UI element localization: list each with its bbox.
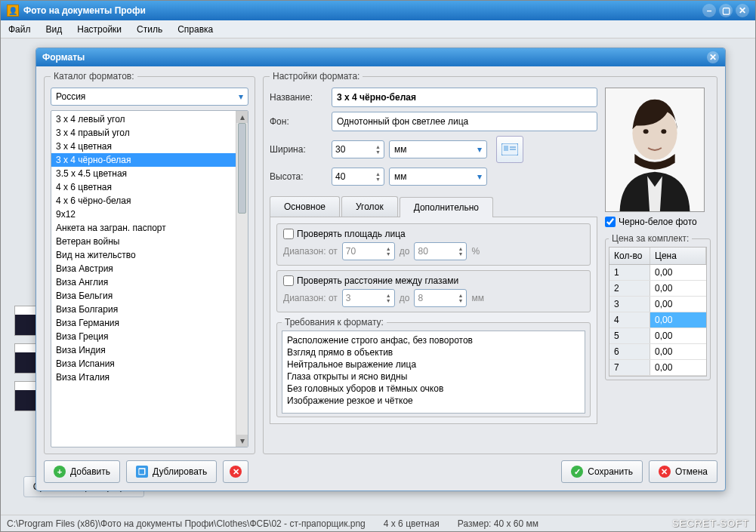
check-icon: ✓ [571,466,583,478]
list-item[interactable]: Виза Англия [51,275,236,289]
list-item[interactable]: 3.5 x 4.5 цветная [51,167,236,180]
settings-group: Настройки формата: Название: 3 x 4 чёрно… [263,71,717,454]
requirements-listbox[interactable]: Расположение строго анфас, без поворотов… [282,331,585,414]
eye-dist-legend: Проверять расстояние между глазами [297,275,458,286]
eye-from-spinner[interactable]: 3▲▼ [342,289,395,307]
list-item[interactable]: 3 x 4 правый угол [51,126,236,140]
list-item[interactable]: Виза Испания [51,357,236,371]
bg-input[interactable]: Однотонный фон светлее лица [332,112,597,131]
name-label: Название: [270,92,327,103]
price-legend: Цена за комплект: [609,233,692,244]
eye-to-spinner[interactable]: 8▲▼ [414,289,467,307]
duplicate-button[interactable]: ❐Дублировать [126,460,217,483]
list-item[interactable]: Виза Бельгия [51,289,236,303]
list-item[interactable]: Виза Болгария [51,303,236,316]
scroll-down-icon[interactable]: ▾ [236,435,248,447]
table-row[interactable]: 60,00 [609,344,706,360]
status-path: C:\Program Files (x86)\Фото на документы… [7,518,366,529]
menubar: Файл Вид Настройки Стиль Справка [1,20,755,38]
bw-label: Черно-белое фото [619,217,697,227]
list-item[interactable]: 3 x 4 чёрно-белая [51,153,236,167]
menu-settings[interactable]: Настройки [74,23,125,36]
height-spinner[interactable]: 40▲▼ [332,168,384,186]
price-table[interactable]: Кол-во Цена 10,0020,0030,0040,0050,0060,… [609,247,707,377]
requirements-legend: Требования к формату: [282,317,387,328]
tab-extra-content: Проверять площадь лица Диапазон: от 70▲▼… [270,217,597,424]
eye-unit: мм [471,293,484,303]
list-item[interactable]: Виза Италия [51,371,236,384]
width-unit-combo[interactable]: мм▾ [389,140,487,158]
list-item[interactable]: 3 x 4 левый угол [51,112,236,126]
main-window: 👤 Фото на документы Профи – ▢ ✕ Файл Вид… [0,0,756,532]
menu-view[interactable]: Вид [43,23,66,36]
brand-watermark: SECRET-SOFT [672,518,749,529]
list-item[interactable]: 4 x 6 цветная [51,180,236,194]
dialog-titlebar[interactable]: Форматы ✕ [36,48,725,66]
plus-icon: + [54,466,66,478]
list-item[interactable]: Ветеран войны [51,235,236,248]
card-preview-button[interactable] [496,136,523,163]
tab-corner[interactable]: Уголок [341,196,398,217]
person-photo-icon [606,88,704,211]
list-item[interactable]: Виза Германия [51,316,236,330]
dialog-title: Форматы [42,52,85,63]
table-row[interactable]: 50,00 [609,328,706,344]
list-item[interactable]: 3 x 4 цветная [51,140,236,153]
face-to-spinner[interactable]: 80▲▼ [414,242,467,260]
face-area-legend: Проверять площадь лица [297,229,406,239]
requirement-item: Взгляд прямо в объектив [287,346,580,358]
list-item[interactable]: 4 x 6 чёрно-белая [51,194,236,208]
requirement-item: Нейтральное выражение лица [287,358,580,371]
requirement-item: Расположение строго анфас, без поворотов [287,334,580,346]
photo-preview [605,88,705,212]
face-area-checkbox[interactable] [283,229,294,239]
maximize-button[interactable]: ▢ [719,4,733,17]
list-item[interactable]: Виза Греция [51,330,236,343]
scrollbar[interactable]: ▴ ▾ [236,111,248,447]
cancel-icon: ✕ [659,466,671,478]
tab-main[interactable]: Основное [270,196,340,217]
list-item[interactable]: Анкета на загран. паспорт [51,221,236,235]
face-from-spinner[interactable]: 70▲▼ [342,242,395,260]
face-from-label: Диапазон: от [283,246,338,257]
table-row[interactable]: 10,00 [609,265,706,281]
scroll-up-icon[interactable]: ▴ [236,111,248,123]
name-input[interactable]: 3 x 4 чёрно-белая [332,88,597,107]
copy-icon: ❐ [136,466,148,478]
eye-from-label: Диапазон: от [283,293,338,303]
scroll-thumb[interactable] [238,123,246,214]
country-combo[interactable]: Россия ▾ [51,88,248,106]
save-button[interactable]: ✓Сохранить [561,460,643,483]
table-row[interactable]: 40,00 [609,312,706,328]
eye-dist-checkbox[interactable] [283,275,294,286]
delete-button[interactable]: ✕ [223,460,248,483]
cancel-button[interactable]: ✕Отмена [649,460,717,483]
table-row[interactable]: 30,00 [609,297,706,312]
minimize-button[interactable]: – [702,4,716,17]
statusbar: C:\Program Files (x86)\Фото на документы… [1,515,755,531]
width-spinner[interactable]: 30▲▼ [332,140,384,158]
price-col-qty: Кол-во [609,248,650,264]
table-row[interactable]: 20,00 [609,281,706,297]
list-item[interactable]: Вид на жительство [51,248,236,262]
dialog-close-icon[interactable]: ✕ [707,51,719,63]
main-titlebar[interactable]: 👤 Фото на документы Профи – ▢ ✕ [1,1,755,20]
bw-checkbox[interactable] [605,217,616,227]
format-listbox[interactable]: 3 x 4 левый угол3 x 4 правый угол3 x 4 ц… [51,110,248,447]
menu-help[interactable]: Справка [174,23,216,36]
menu-file[interactable]: Файл [5,23,34,36]
country-value: Россия [56,91,85,102]
list-item[interactable]: Виза Австрия [51,262,236,275]
close-button[interactable]: ✕ [736,4,749,17]
add-button[interactable]: +Добавить [44,460,120,483]
list-item[interactable]: Виза Индия [51,343,236,357]
dialog-footer: +Добавить ❐Дублировать ✕ ✓Сохранить ✕Отм… [44,459,717,484]
table-row[interactable]: 70,00 [609,360,706,376]
menu-style[interactable]: Стиль [134,23,165,36]
id-card-icon [501,143,518,155]
list-item[interactable]: 9x12 [51,208,236,221]
eye-dist-group: Проверять расстояние между глазами Диапа… [276,270,591,312]
price-group: Цена за комплект: Кол-во Цена 10,0020,00… [605,233,711,380]
tab-extra[interactable]: Дополнительно [400,197,493,217]
height-unit-combo[interactable]: мм▾ [389,168,487,186]
